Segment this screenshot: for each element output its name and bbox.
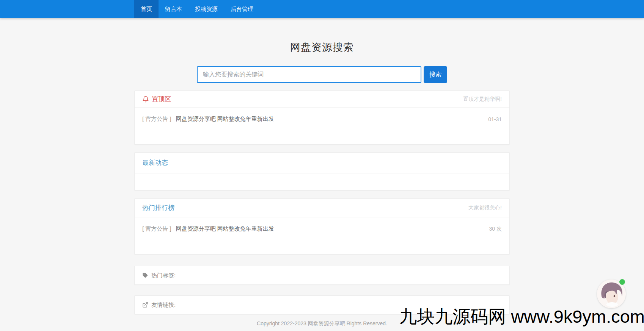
ranking-panel-title-text: 热门排行榜 — [142, 203, 174, 212]
list-item-left: [ 官方公告 ] 网盘资源分享吧 网站整改兔年重新出发 — [142, 225, 274, 233]
pinned-panel-title-text: 置顶区 — [152, 95, 171, 103]
tag-icon — [142, 272, 148, 278]
latest-panel-title-text: 最新动态 — [142, 158, 168, 167]
item-title-link[interactable]: 网盘资源分享吧 网站整改兔年重新出发 — [176, 116, 274, 123]
friendly-links-label: 友情链接: — [151, 301, 176, 309]
nav-item-guestbook[interactable]: 留言本 — [159, 0, 188, 18]
site-watermark: 九块九源码网 www.9k9ym.com — [399, 305, 644, 329]
panel-filler — [135, 131, 509, 144]
top-navbar: 首页 留言本 投稿资源 后台管理 — [0, 0, 644, 18]
latest-panel: 最新动态 — [134, 152, 510, 190]
latest-empty-row — [135, 173, 509, 190]
latest-panel-title: 最新动态 — [142, 158, 168, 167]
pinned-panel-header: 置顶区 置顶才是精华啊! — [135, 91, 509, 108]
search-bar: 搜索 — [0, 66, 644, 83]
pinned-panel-title: 置顶区 — [142, 95, 171, 103]
hot-tags-bar: 热门标签: — [134, 266, 510, 285]
ranking-panel-title: 热门排行榜 — [142, 203, 174, 212]
hot-tags-label: 热门标签: — [151, 272, 176, 279]
bell-icon — [142, 96, 149, 103]
item-title-link[interactable]: 网盘资源分享吧 网站整改兔年重新出发 — [176, 225, 274, 233]
main-container: 置顶区 置顶才是精华啊! [ 官方公告 ] 网盘资源分享吧 网站整改兔年重新出发… — [134, 91, 510, 327]
ranking-panel: 热门排行榜 大家都很关心! [ 官方公告 ] 网盘资源分享吧 网站整改兔年重新出… — [134, 198, 510, 254]
latest-panel-header: 最新动态 — [135, 153, 509, 173]
item-view-count: 30 次 — [489, 226, 502, 233]
list-item: [ 官方公告 ] 网盘资源分享吧 网站整改兔年重新出发 30 次 — [135, 217, 509, 240]
external-link-icon — [142, 302, 148, 308]
page-title: 网盘资源搜索 — [0, 39, 644, 56]
panel-filler — [135, 240, 509, 254]
item-date: 01-31 — [488, 116, 502, 122]
nav-item-submit-resources[interactable]: 投稿资源 — [188, 0, 224, 18]
online-status-dot — [619, 279, 625, 285]
ranking-panel-header: 热门排行榜 大家都很关心! — [135, 199, 509, 217]
nav-item-admin[interactable]: 后台管理 — [224, 0, 260, 18]
item-category: [ 官方公告 ] — [142, 225, 171, 233]
list-item: [ 官方公告 ] 网盘资源分享吧 网站整改兔年重新出发 01-31 — [135, 108, 509, 131]
pinned-panel-subtitle: 置顶才是精华啊! — [463, 96, 502, 103]
ranking-panel-subtitle: 大家都很关心! — [468, 205, 502, 211]
chat-avatar-widget[interactable] — [597, 279, 626, 308]
item-category: [ 官方公告 ] — [142, 116, 171, 123]
search-input[interactable] — [197, 66, 421, 83]
nav-item-home[interactable]: 首页 — [134, 0, 159, 18]
search-button[interactable]: 搜索 — [424, 66, 447, 83]
list-item-left: [ 官方公告 ] 网盘资源分享吧 网站整改兔年重新出发 — [142, 116, 274, 123]
navbar-inner: 首页 留言本 投稿资源 后台管理 — [134, 0, 510, 18]
pinned-panel: 置顶区 置顶才是精华啊! [ 官方公告 ] 网盘资源分享吧 网站整改兔年重新出发… — [134, 91, 510, 145]
